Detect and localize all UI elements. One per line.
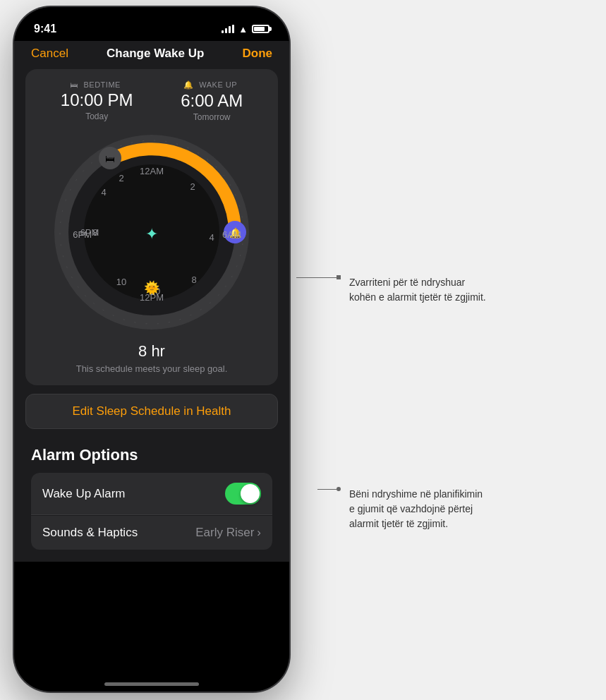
callout-1-text-container: Zvarriteni për të ndryshuar kohën e alar… [349, 275, 490, 305]
callout-1: Zvarriteni për të ndryshuar kohën e alar… [296, 275, 490, 305]
svg-text:2: 2 [119, 173, 123, 183]
bell-label-icon: 🔔 [183, 80, 194, 89]
alarm-options-section: Alarm Options Wake Up Alarm Sounds & Hap… [25, 446, 278, 550]
callout-2: Bëni ndryshime në planifikimin e gjumit … [317, 487, 490, 531]
wifi-icon: ▲ [238, 24, 248, 35]
wakeup-label: 🔔 WAKE UP [181, 80, 243, 90]
dynamic-island [109, 16, 194, 40]
chevron-right-icon: › [257, 526, 261, 540]
svg-text:✦: ✦ [145, 225, 158, 243]
bedtime-day: Today [61, 111, 133, 121]
bedtime-block: 🛏 BEDTIME 10:00 PM Today [61, 80, 133, 122]
callout-1-line-container [296, 275, 341, 279]
duration-value: 8 hr [37, 342, 267, 361]
battery-icon [252, 25, 269, 33]
callout-2-line-container [317, 487, 341, 491]
nav-title: Change Wake Up [107, 47, 204, 61]
callout-1-dot [337, 275, 341, 279]
phone-screen: 9:41 ▲ Cancel Change Wake Up Done [14, 7, 289, 692]
svg-text:6PM: 6PM [73, 229, 92, 240]
cancel-button[interactable]: Cancel [31, 47, 68, 61]
sleep-clock[interactable]: 12AM 2 4 8 10 12PM 10 [53, 133, 250, 331]
svg-text:4: 4 [209, 232, 214, 243]
callout-1-text: Zvarriteni për të ndryshuar kohën e alar… [349, 277, 486, 303]
status-time: 9:41 [34, 23, 56, 35]
bedtime-value: 10:00 PM [61, 90, 133, 110]
callout-2-line [317, 489, 339, 490]
svg-text:2: 2 [190, 181, 195, 192]
sleep-card: 🛏 BEDTIME 10:00 PM Today 🔔 WAKE UP 6:00 … [25, 69, 278, 385]
svg-text:8: 8 [191, 274, 196, 285]
callout-1-line [296, 277, 339, 278]
svg-text:🛏: 🛏 [105, 153, 115, 164]
nav-bar: Cancel Change Wake Up Done [14, 41, 289, 69]
alarm-settings-group: Wake Up Alarm Sounds & Haptics Early Ris… [31, 473, 272, 550]
signal-bars-icon [222, 25, 234, 33]
wake-up-alarm-toggle[interactable] [225, 483, 261, 505]
wake-up-alarm-label: Wake Up Alarm [42, 487, 125, 501]
edit-sleep-schedule-button[interactable]: Edit Sleep Schedule in Health [25, 394, 278, 429]
svg-text:10: 10 [116, 277, 126, 287]
sounds-haptics-label: Sounds & Haptics [42, 526, 138, 540]
done-button[interactable]: Done [243, 47, 273, 61]
sounds-haptics-value: Early Riser › [195, 526, 261, 540]
svg-text:4: 4 [101, 187, 106, 198]
svg-text:6AM: 6AM [222, 229, 241, 240]
callout-2-dot [337, 487, 341, 491]
early-riser-value: Early Riser [195, 526, 254, 540]
main-content: 🛏 BEDTIME 10:00 PM Today 🔔 WAKE UP 6:00 … [14, 69, 289, 562]
wakeup-block: 🔔 WAKE UP 6:00 AM Tomorrow [181, 80, 243, 122]
toggle-thumb [241, 484, 260, 503]
wake-up-alarm-row[interactable]: Wake Up Alarm [31, 473, 272, 515]
battery-fill [254, 27, 265, 31]
duration-description: This schedule meets your sleep goal. [37, 363, 267, 374]
bed-icon: 🛏 [70, 80, 78, 89]
clock-svg: 12AM 2 4 8 10 12PM 10 [53, 133, 250, 331]
home-indicator [104, 682, 199, 686]
wakeup-day: Tomorrow [181, 112, 243, 122]
time-info: 🛏 BEDTIME 10:00 PM Today 🔔 WAKE UP 6:00 … [37, 80, 267, 122]
svg-text:12AM: 12AM [140, 166, 164, 176]
callout-2-text: Bëni ndryshime në planifikimin e gjumit … [349, 488, 483, 529]
status-icons: ▲ [222, 24, 269, 35]
callout-2-text-container: Bëni ndryshime në planifikimin e gjumit … [349, 487, 490, 531]
sleep-duration: 8 hr This schedule meets your sleep goal… [37, 342, 267, 374]
sounds-haptics-row[interactable]: Sounds & Haptics Early Riser › [31, 516, 272, 550]
svg-text:🌞: 🌞 [144, 280, 160, 296]
phone-frame: 9:41 ▲ Cancel Change Wake Up Done [14, 7, 289, 692]
wakeup-value: 6:00 AM [181, 91, 243, 111]
bedtime-label: 🛏 BEDTIME [61, 80, 133, 89]
alarm-options-title: Alarm Options [31, 446, 272, 464]
